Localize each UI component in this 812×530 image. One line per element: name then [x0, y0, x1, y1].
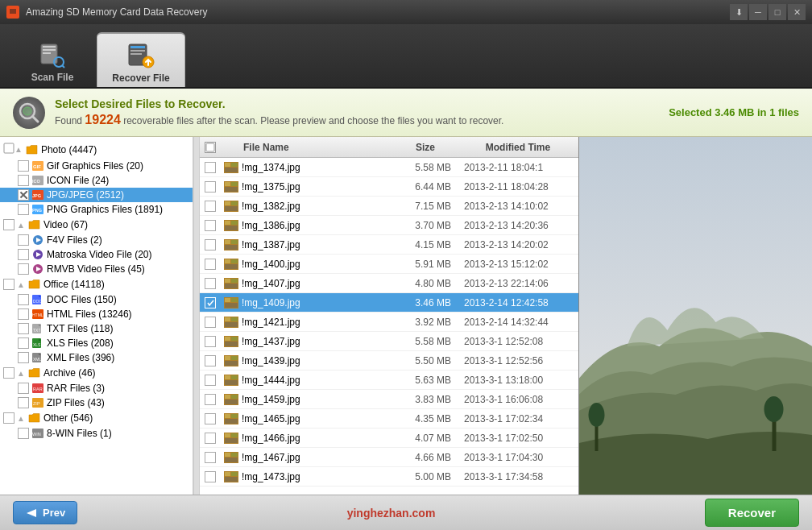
row-checkbox[interactable]	[205, 394, 216, 405]
selected-info: Selected 3.46 MB in 1 files	[669, 106, 799, 118]
tree-category-office[interactable]: ▲ Office (14118)	[0, 276, 193, 292]
svg-rect-74	[225, 245, 238, 250]
minimize-button[interactable]: ─	[749, 4, 767, 20]
svg-rect-73	[231, 240, 238, 244]
row-checkbox-col	[200, 278, 221, 289]
tree-gif[interactable]: GIF Gif Graphics Files (20)	[0, 159, 193, 173]
tree-8win[interactable]: WIN 8-WIN Files (1)	[0, 426, 193, 441]
svg-rect-89	[231, 317, 238, 321]
tree-category-archive[interactable]: ▲ Archive (46)	[0, 365, 193, 381]
tab-recover-file[interactable]: Recover File	[97, 32, 185, 87]
8win-checkbox[interactable]	[18, 428, 29, 439]
tree-8win-label: 8-WIN Files (1)	[47, 428, 112, 439]
png-checkbox[interactable]	[18, 204, 29, 215]
extra-button[interactable]: ⬇	[730, 4, 748, 20]
txt-checkbox[interactable]	[18, 323, 29, 334]
row-size: 3.70 MB	[393, 220, 458, 231]
f4v-checkbox[interactable]	[18, 234, 29, 246]
tree-category-video[interactable]: ▲ Video (67)	[0, 217, 193, 233]
table-row[interactable]: !mg_1473.jpg 5.00 MB 2013-3-1 17:34:58	[200, 467, 578, 487]
close-button[interactable]: ✕	[788, 4, 806, 20]
row-checkbox[interactable]	[205, 355, 216, 366]
tree-f4v[interactable]: F4V Files (2)	[0, 233, 193, 247]
recover-button[interactable]: Recover	[705, 499, 799, 527]
table-row[interactable]: !mg_1374.jpg 5.58 MB 2013-2-11 18:04:1	[200, 158, 578, 177]
table-row[interactable]: !mg_1421.jpg 3.92 MB 2013-2-14 14:32:44	[200, 313, 578, 332]
office-checkbox[interactable]	[3, 279, 14, 290]
row-checkbox[interactable]	[205, 297, 216, 308]
table-row[interactable]: !mg_1386.jpg 3.70 MB 2013-2-13 14:20:36	[200, 216, 578, 235]
photo-folder-icon	[26, 144, 39, 155]
row-checkbox[interactable]	[205, 317, 216, 328]
table-row[interactable]: !mg_1437.jpg 5.58 MB 2013-3-1 12:52:08	[200, 332, 578, 351]
tree-icon[interactable]: ICO ICON File (24)	[0, 173, 193, 188]
row-checkbox[interactable]	[205, 259, 216, 270]
table-row[interactable]: !mg_1466.jpg 4.07 MB 2013-3-1 17:02:50	[200, 429, 578, 448]
svg-rect-12	[130, 53, 142, 55]
tree-category-photo[interactable]: ▲ Photo (4447)	[0, 140, 193, 159]
maximize-button[interactable]: □	[768, 4, 786, 20]
table-row[interactable]: !mg_1400.jpg 5.91 MB 2013-2-13 15:12:02	[200, 255, 578, 274]
row-checkbox[interactable]	[205, 201, 216, 212]
rmvb-checkbox[interactable]	[18, 263, 29, 275]
mkv-checkbox[interactable]	[18, 249, 29, 260]
tree-xml[interactable]: XML XML Files (396)	[0, 350, 193, 365]
tree-xls[interactable]: XLS XLS Files (208)	[0, 336, 193, 350]
png-icon: PNG	[31, 204, 44, 215]
row-checkbox[interactable]	[205, 452, 216, 463]
gif-checkbox[interactable]	[18, 160, 29, 172]
html-checkbox[interactable]	[18, 308, 29, 320]
other-checkbox[interactable]	[3, 412, 14, 424]
row-checkbox[interactable]	[205, 471, 216, 482]
prev-button[interactable]: Prev	[13, 501, 77, 524]
row-checkbox[interactable]	[205, 413, 216, 424]
table-row[interactable]: !mg_1407.jpg 4.80 MB 2013-2-13 22:14:06	[200, 274, 578, 293]
zip-checkbox[interactable]	[18, 397, 29, 408]
xls-checkbox[interactable]	[18, 337, 29, 349]
tree-png[interactable]: PNG PNG Graphics Files (1891)	[0, 202, 193, 217]
xml-icon: XML	[31, 352, 44, 363]
xml-checkbox[interactable]	[18, 352, 29, 363]
row-checkbox[interactable]	[205, 336, 216, 347]
svg-marker-128	[27, 509, 36, 517]
row-checkbox[interactable]	[205, 375, 216, 386]
table-row[interactable]: !mg_1375.jpg 6.44 MB 2013-2-11 18:04:28	[200, 177, 578, 197]
icon-checkbox[interactable]	[18, 175, 29, 186]
row-size: 3.83 MB	[393, 394, 458, 405]
table-row[interactable]: !mg_1465.jpg 4.35 MB 2013-3-1 17:02:34	[200, 409, 578, 429]
video-checkbox[interactable]	[3, 219, 14, 230]
tree-html[interactable]: HTML HTML Files (13246)	[0, 307, 193, 321]
table-row[interactable]: !mg_1439.jpg 5.50 MB 2013-3-1 12:52:56	[200, 351, 578, 371]
table-row[interactable]: !mg_1459.jpg 3.83 MB 2013-3-1 16:06:08	[200, 390, 578, 409]
svg-rect-92	[225, 337, 230, 341]
row-checkbox[interactable]	[205, 278, 216, 289]
tree-rar[interactable]: RAR RAR Files (3)	[0, 381, 193, 395]
rar-checkbox[interactable]	[18, 383, 29, 394]
tab-scan-file[interactable]: Scan File	[8, 32, 97, 87]
table-row[interactable]: !mg_1382.jpg 7.15 MB 2013-2-13 14:10:02	[200, 197, 578, 216]
table-row[interactable]: !mg_1444.jpg 5.63 MB 2013-3-1 13:18:00	[200, 371, 578, 390]
table-row[interactable]: !mg_1387.jpg 4.15 MB 2013-2-13 14:20:02	[200, 235, 578, 255]
archive-checkbox[interactable]	[3, 367, 14, 379]
tree-txt[interactable]: TXT TXT Files (118)	[0, 321, 193, 336]
bottom-bar: Prev yinghezhan.com Recover	[0, 495, 812, 530]
row-checkbox[interactable]	[205, 162, 216, 173]
tree-doc[interactable]: DOC DOC Files (150)	[0, 292, 193, 307]
jpg-checkbox[interactable]	[18, 189, 29, 201]
tree-zip[interactable]: ZIP ZIP Files (43)	[0, 395, 193, 410]
row-checkbox[interactable]	[205, 433, 216, 444]
tree-mkv[interactable]: Matroska Video File (20)	[0, 247, 193, 262]
table-row[interactable]: !mg_1467.jpg 4.66 MB 2013-3-1 17:04:30	[200, 448, 578, 467]
tree-jpg[interactable]: JPG JPG/JPEG (2512)	[0, 188, 193, 202]
doc-checkbox[interactable]	[18, 294, 29, 305]
row-filename: !mg_1421.jpg	[221, 317, 393, 328]
table-row[interactable]: !mg_1409.jpg 3.46 MB 2013-2-14 12:42:58	[200, 293, 578, 313]
photo-checkbox[interactable]	[3, 143, 14, 156]
tree-category-other[interactable]: ▲ Other (546)	[0, 410, 193, 426]
row-checkbox[interactable]	[205, 220, 216, 231]
row-checkbox[interactable]	[205, 181, 216, 193]
tree-rmvb[interactable]: RMVB Video Files (45)	[0, 262, 193, 276]
row-checkbox[interactable]	[205, 239, 216, 251]
select-all-checkbox[interactable]	[205, 142, 216, 153]
row-date: 2013-2-13 22:14:06	[458, 278, 578, 289]
